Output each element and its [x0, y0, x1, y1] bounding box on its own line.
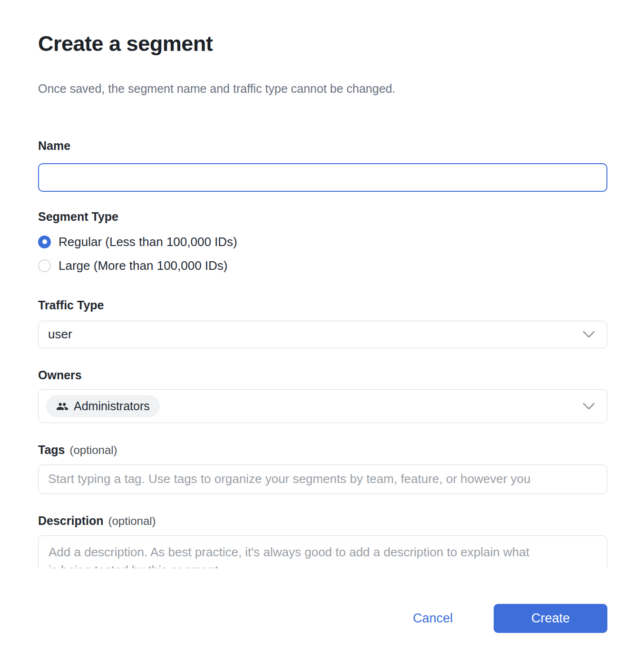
- segment-type-label: Segment Type: [38, 209, 607, 225]
- description-label-text: Description: [38, 514, 104, 527]
- radio-selected-icon[interactable]: [38, 236, 51, 248]
- traffic-type-select[interactable]: user: [38, 321, 607, 348]
- dialog-footer: Cancel Create: [0, 604, 644, 633]
- tags-label-text: Tags: [38, 443, 65, 456]
- owner-chip[interactable]: Administrators: [46, 395, 160, 417]
- chevron-down-icon: [582, 402, 595, 410]
- description-optional-label: (optional): [108, 514, 156, 527]
- traffic-type-value: user: [48, 327, 72, 342]
- name-input[interactable]: [38, 163, 607, 192]
- description-label: Description(optional): [38, 513, 607, 529]
- chevron-down-icon: [582, 330, 595, 338]
- description-field-clip: Add a description. As best practice, it'…: [38, 535, 607, 568]
- create-button[interactable]: Create: [494, 604, 607, 633]
- create-segment-dialog: Create a segment Once saved, the segment…: [0, 31, 644, 671]
- radio-option-label: Regular (Less than 100,000 IDs): [59, 235, 237, 249]
- page-title: Create a segment: [38, 31, 607, 56]
- radio-option-large[interactable]: Large (More than 100,000 IDs): [38, 257, 607, 274]
- cancel-button[interactable]: Cancel: [413, 611, 453, 626]
- dialog-subtitle: Once saved, the segment name and traffic…: [38, 81, 607, 97]
- owner-chip-label: Administrators: [74, 399, 150, 413]
- description-textarea[interactable]: [38, 535, 607, 568]
- tags-optional-label: (optional): [70, 444, 117, 456]
- radio-option-regular[interactable]: Regular (Less than 100,000 IDs): [38, 234, 607, 250]
- owners-select[interactable]: Administrators: [38, 389, 607, 423]
- name-label: Name: [38, 138, 607, 154]
- radio-unselected-icon[interactable]: [38, 259, 51, 272]
- tags-label: Tags(optional): [38, 442, 607, 458]
- traffic-type-label: Traffic Type: [38, 297, 607, 313]
- people-icon: [56, 400, 68, 413]
- radio-option-label: Large (More than 100,000 IDs): [59, 258, 228, 273]
- owners-label: Owners: [38, 367, 607, 383]
- segment-type-radio-group: Regular (Less than 100,000 IDs) Large (M…: [38, 234, 607, 274]
- tags-input[interactable]: [38, 464, 607, 494]
